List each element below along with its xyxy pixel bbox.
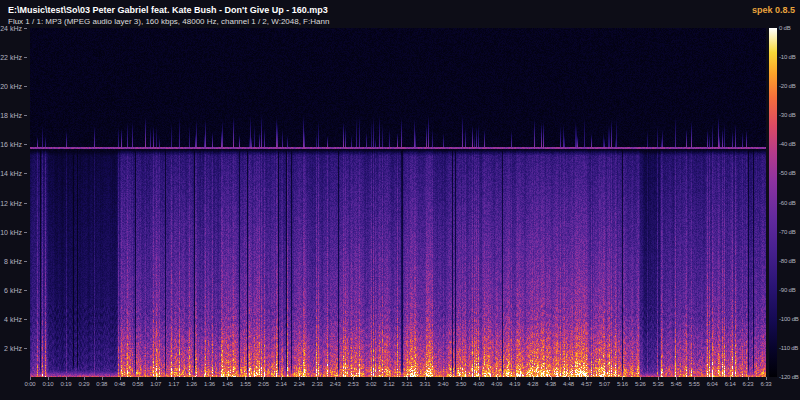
- time-tick: [210, 377, 211, 380]
- time-tick-label: 1:26: [186, 381, 197, 387]
- time-tick-label: 0:19: [60, 381, 71, 387]
- time-tick-label: 5:35: [653, 381, 664, 387]
- time-tick: [766, 377, 767, 380]
- time-tick-label: 4:48: [563, 381, 574, 387]
- frequency-tick-label: 6 kHz: [4, 286, 22, 293]
- time-tick: [371, 377, 372, 380]
- time-tick: [730, 377, 731, 380]
- time-tick: [497, 377, 498, 380]
- time-tick: [174, 377, 175, 380]
- frequency-tick-label: 24 kHz: [0, 25, 22, 32]
- time-tick: [676, 377, 677, 380]
- frequency-tick-label: 20 kHz: [0, 83, 22, 90]
- time-tick-label: 4:19: [509, 381, 520, 387]
- time-tick-label: 6:33: [761, 381, 772, 387]
- frequency-tick-label: 14 kHz: [0, 170, 22, 177]
- time-tick-label: 4:28: [527, 381, 538, 387]
- frequency-tick-label: 12 kHz: [0, 199, 22, 206]
- time-tick-label: 3:40: [437, 381, 448, 387]
- db-tick-label: -90 dB: [779, 287, 795, 293]
- frequency-tick: [24, 203, 27, 204]
- time-tick-label: 0:10: [42, 381, 53, 387]
- time-tick-label: 5:26: [635, 381, 646, 387]
- time-tick: [604, 377, 605, 380]
- time-tick-label: 2:43: [330, 381, 341, 387]
- time-tick: [425, 377, 426, 380]
- db-tick-label: -10 dB: [779, 54, 795, 60]
- frequency-tick-label: 2 kHz: [4, 344, 22, 351]
- time-axis: 0:000:100:190:290:380:480:581:071:171:26…: [30, 377, 766, 393]
- time-tick-label: 1:45: [222, 381, 233, 387]
- time-tick: [138, 377, 139, 380]
- time-tick: [533, 377, 534, 380]
- db-tick-label: -110 dB: [779, 345, 798, 351]
- frequency-tick: [24, 173, 27, 174]
- time-tick-label: 5:07: [599, 381, 610, 387]
- time-tick-label: 6:14: [725, 381, 736, 387]
- db-tick-label: 0 dB: [779, 25, 791, 31]
- frequency-axis: 24 kHz22 kHz20 kHz18 kHz16 kHz14 kHz12 k…: [0, 28, 27, 377]
- time-tick-label: 0:00: [25, 381, 36, 387]
- db-tick-label: -120 dB: [779, 374, 799, 380]
- time-tick-label: 3:50: [455, 381, 466, 387]
- app-window: E:\Music\test\So\03 Peter Gabriel feat. …: [0, 0, 800, 400]
- stream-info: Flux 1 / 1: MP3 (MPEG audio layer 3), 16…: [8, 17, 329, 26]
- frequency-tick-label: 4 kHz: [4, 315, 22, 322]
- time-tick: [551, 377, 552, 380]
- frequency-tick: [24, 115, 27, 116]
- time-tick: [479, 377, 480, 380]
- time-tick-label: 4:38: [545, 381, 556, 387]
- time-tick-label: 4:57: [581, 381, 592, 387]
- file-path-title: E:\Music\test\So\03 Peter Gabriel feat. …: [8, 5, 328, 15]
- frequency-tick: [24, 348, 27, 349]
- time-tick-label: 5:55: [689, 381, 700, 387]
- db-tick-label: -100 dB: [779, 316, 799, 322]
- time-tick: [640, 377, 641, 380]
- time-tick-label: 1:07: [150, 381, 161, 387]
- frequency-tick: [24, 28, 27, 29]
- time-tick-label: 4:00: [473, 381, 484, 387]
- time-tick-label: 1:17: [168, 381, 179, 387]
- time-tick: [407, 377, 408, 380]
- time-tick: [192, 377, 193, 380]
- frequency-tick-label: 18 kHz: [0, 112, 22, 119]
- frequency-tick: [24, 290, 27, 291]
- time-tick: [281, 377, 282, 380]
- time-tick: [569, 377, 570, 380]
- frequency-tick: [24, 144, 27, 145]
- frequency-tick: [24, 57, 27, 58]
- time-tick-label: 4:09: [491, 381, 502, 387]
- frequency-tick: [24, 232, 27, 233]
- spectrogram-plot: [30, 28, 766, 377]
- time-tick-label: 0:29: [78, 381, 89, 387]
- time-tick: [66, 377, 67, 380]
- time-tick-label: 0:58: [132, 381, 143, 387]
- time-tick-label: 2:53: [348, 381, 359, 387]
- time-tick-label: 2:05: [258, 381, 269, 387]
- time-tick: [156, 377, 157, 380]
- time-tick: [586, 377, 587, 380]
- time-tick: [694, 377, 695, 380]
- db-tick-label: -60 dB: [779, 200, 795, 206]
- time-tick: [227, 377, 228, 380]
- frequency-tick-label: 22 kHz: [0, 54, 22, 61]
- time-tick: [84, 377, 85, 380]
- time-tick: [622, 377, 623, 380]
- time-tick-label: 1:55: [240, 381, 251, 387]
- db-axis: 0 dB-10 dB-20 dB-30 dB-40 dB-50 dB-60 dB…: [779, 28, 800, 377]
- time-tick: [245, 377, 246, 380]
- time-tick-label: 3:21: [402, 381, 413, 387]
- time-tick-label: 0:48: [114, 381, 125, 387]
- time-tick: [263, 377, 264, 380]
- time-tick-label: 2:14: [276, 381, 287, 387]
- time-tick: [48, 377, 49, 380]
- frequency-tick: [24, 319, 27, 320]
- time-tick: [515, 377, 516, 380]
- frequency-tick-label: 8 kHz: [4, 257, 22, 264]
- frequency-tick: [24, 261, 27, 262]
- time-tick: [461, 377, 462, 380]
- time-tick: [712, 377, 713, 380]
- db-tick-label: -70 dB: [779, 229, 795, 235]
- frequency-tick-label: 16 kHz: [0, 141, 22, 148]
- time-tick: [353, 377, 354, 380]
